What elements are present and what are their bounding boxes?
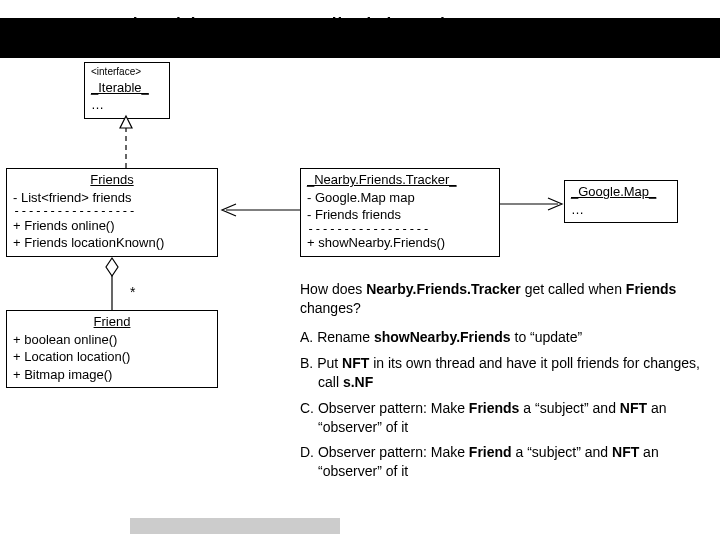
class-op: + showNearby.Friends(): [307, 234, 493, 252]
q-subject2: Friends: [626, 281, 677, 297]
class-box-nft: _Nearby.Friends.Tracker_ - Google.Map ma…: [300, 168, 500, 257]
class-op: + Bitmap image(): [13, 366, 211, 384]
t: to “update”: [511, 329, 583, 345]
t: Observer pattern: Make: [318, 444, 469, 460]
class-body: …: [571, 201, 671, 219]
opt-label: C.: [300, 400, 314, 416]
slide: How should NFT get called, by whom? <int…: [0, 0, 720, 540]
class-op: + boolean online(): [13, 331, 211, 349]
q-suffix: changes?: [300, 300, 361, 316]
class-body: …: [91, 96, 163, 114]
opt-label: D.: [300, 444, 314, 460]
t: Rename: [317, 329, 374, 345]
class-box-googlemap: _Google.Map_ …: [564, 180, 678, 223]
option-d: D. Observer pattern: Make Friend a “subj…: [300, 443, 710, 481]
t: a “subject” and: [512, 444, 612, 460]
opt-label: A.: [300, 329, 313, 345]
class-box-friend: Friend + boolean online() + Location loc…: [6, 310, 218, 388]
svg-marker-3: [106, 258, 118, 276]
class-name: _Iterable_: [91, 79, 163, 97]
class-name: Friend: [39, 314, 186, 329]
class-name: _Google.Map_: [571, 184, 656, 199]
opt-label: B.: [300, 355, 313, 371]
divider: -----------------: [307, 224, 493, 235]
class-name: Friends: [40, 172, 183, 187]
class-name: _Nearby.Friends.Tracker_: [307, 172, 457, 187]
t: NFT: [620, 400, 647, 416]
slide-title: How should NFT get called, by whom?: [60, 12, 700, 43]
class-box-iterable: <interface> _Iterable_ …: [84, 62, 170, 119]
t: Put: [317, 355, 342, 371]
option-b: B. Put NFT in its own thread and have it…: [300, 354, 710, 392]
t: s.NF: [343, 374, 373, 390]
divider: -----------------: [13, 206, 211, 217]
q-subject: Nearby.Friends.Tracker: [366, 281, 521, 297]
q-prefix: How does: [300, 281, 366, 297]
class-op: + Location location(): [13, 348, 211, 366]
t: NFT: [342, 355, 369, 371]
option-a: A. Rename showNearby.Friends to “update”: [300, 328, 710, 347]
t: a “subject” and: [519, 400, 619, 416]
option-c: C. Observer pattern: Make Friends a “sub…: [300, 399, 710, 437]
t: in its own thread and have it poll frien…: [318, 355, 700, 390]
multiplicity: *: [130, 284, 135, 300]
class-attr: - Friends friends: [307, 206, 493, 224]
class-box-friends: Friends - List<friend> friends ---------…: [6, 168, 218, 257]
stereotype: <interface>: [91, 65, 163, 79]
class-attr: - Google.Map map: [307, 189, 493, 207]
question-text: How does Nearby.Friends.Tracker get call…: [300, 280, 704, 318]
class-op: + Friends locationKnown(): [13, 234, 211, 252]
footer-bar: [130, 518, 340, 534]
answer-options: A. Rename showNearby.Friends to “update”…: [300, 328, 710, 488]
t: Friends: [469, 400, 520, 416]
t: NFT: [612, 444, 639, 460]
t: Observer pattern: Make: [318, 400, 469, 416]
t: showNearby.Friends: [374, 329, 511, 345]
class-op: + Friends online(): [13, 217, 211, 235]
t: Friend: [469, 444, 512, 460]
q-mid: get called when: [521, 281, 626, 297]
